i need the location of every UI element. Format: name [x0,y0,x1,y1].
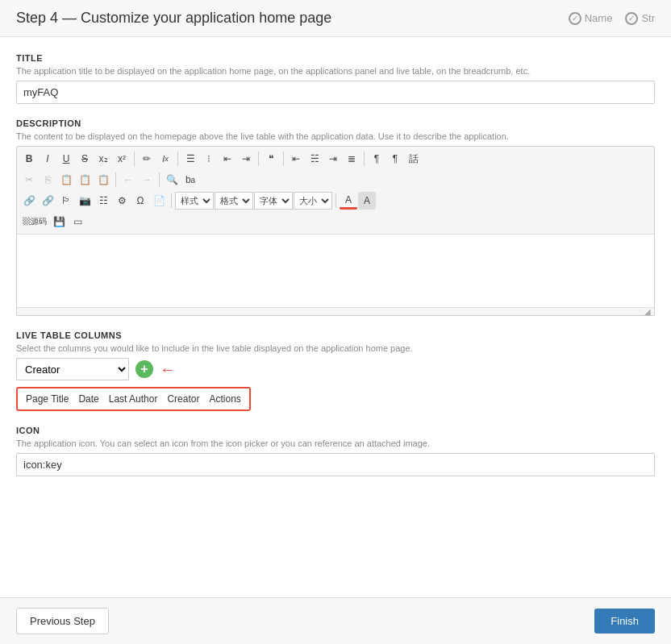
step-str-check-icon: ✓ [625,12,638,25]
italic-button[interactable]: I [39,150,56,168]
live-table-section: LIVE TABLE COLUMNS Select the columns yo… [16,330,655,411]
rtl-button[interactable]: ¶ [386,150,404,168]
redo-button[interactable]: → [138,171,156,189]
omega-button[interactable]: Ω [131,192,149,210]
subscript-button[interactable]: x₂ [94,150,112,168]
icon-section: ICON The application icon. You can selec… [16,426,655,476]
title-label: TITLE [16,53,655,63]
superscript-button[interactable]: x² [113,150,131,168]
unordered-list-button[interactable]: ⁝ [200,150,218,168]
align-justify-button[interactable]: ≣ [343,150,361,168]
editor-toolbar: B I U S x₂ x² ✏ Ix ☰ ⁝ ⇤ ⇥ [17,147,654,235]
align-center-button[interactable]: ☵ [306,150,323,168]
arrow-icon: ← [160,360,176,379]
language-button[interactable]: 話 [405,150,423,168]
resize-handle-icon: ◢ [644,307,654,317]
col-tag-last-author: Last Author [106,392,161,406]
link-button[interactable]: 🔗 [20,192,38,210]
copy-button[interactable]: ⎘ [39,171,56,189]
outdent-button[interactable]: ⇤ [219,150,236,168]
blockquote-button[interactable]: ❝ [262,150,280,168]
toolbar-sep-3 [258,152,259,166]
live-table-label: LIVE TABLE COLUMNS [16,330,655,340]
size-select[interactable]: 大小 [294,192,332,210]
toolbar-sep-2 [177,152,178,166]
fullscreen-button[interactable]: ▭ [69,213,86,231]
toolbar-row-2: ✂ ⎘ 📋 📋 📋 ← → 🔍 ba [20,169,651,190]
title-section: TITLE The application title to be displa… [16,53,655,104]
toolbar-row-3: 🔗 🔗 🏳 📷 ☷ ⚙ Ω 📄 样式 格式 [20,190,651,211]
icon-label: ICON [16,426,655,435]
pencil-button[interactable]: ✏ [138,150,156,168]
description-label: DESCRIPTION [16,118,655,128]
toolbar-row-1: B I U S x₂ x² ✏ Ix ☰ ⁝ ⇤ ⇥ [20,148,651,169]
source-button[interactable]: ▩源码 [20,213,49,231]
align-left-button[interactable]: ⇤ [287,150,305,168]
toolbar-sep-1 [134,152,135,166]
header-steps: ✓ Name ✓ Str [569,12,655,25]
step-str-badge: ✓ Str [625,12,655,25]
bold-button[interactable]: B [20,150,38,168]
font-color-button[interactable]: A [340,192,357,210]
table-button[interactable]: ☷ [94,192,112,210]
paste-button[interactable]: 📋 [57,171,75,189]
column-select[interactable]: Creator Page Title Date Last Author Acti… [16,358,129,380]
ordered-list-button[interactable]: ☰ [181,150,199,168]
title-description: The application title to be displayed on… [16,66,655,76]
toolbar-sep-5 [364,152,365,166]
ltr-button[interactable]: ¶ [368,150,386,168]
columns-add-row: Creator Page Title Date Last Author Acti… [16,358,655,380]
header: Step 4 — Customize your application home… [0,0,671,37]
settings-button[interactable]: ⚙ [113,192,131,210]
find-button[interactable]: 🔍 [163,171,181,189]
doc-button[interactable]: 📄 [150,192,168,210]
cut-button[interactable]: ✂ [20,171,38,189]
columns-tags: Page Title Date Last Author Creator Acti… [16,387,251,411]
save-doc-button[interactable]: 💾 [50,213,68,231]
live-table-description: Select the columns you would like to inc… [16,343,655,353]
col-tag-creator: Creator [164,392,202,406]
toolbar-sep-4 [283,152,284,166]
undo-button[interactable]: ← [119,171,137,189]
toolbar-row-4: ▩源码 💾 ▭ [20,211,651,232]
rich-text-editor[interactable]: B I U S x₂ x² ✏ Ix ☰ ⁝ ⇤ ⇥ [16,146,655,316]
font-select[interactable]: 字体 [254,192,293,210]
bg-color-button[interactable]: A [358,192,376,210]
indent-button[interactable]: ⇥ [237,150,255,168]
title-input[interactable] [16,81,655,104]
description-section: DESCRIPTION The content to be displayed … [16,118,655,316]
paste-text-button[interactable]: 📋 [76,171,94,189]
editor-body[interactable] [17,235,654,307]
unlink-button[interactable]: 🔗 [39,192,56,210]
add-column-button[interactable]: + [135,360,153,378]
main-content: TITLE The application title to be displa… [0,37,671,597]
icon-input[interactable] [16,453,655,476]
editor-resize-bar: ◢ [17,307,654,315]
strikethrough-button[interactable]: S [76,150,94,168]
style-select[interactable]: 样式 [175,192,214,210]
toolbar-sep-9 [336,193,336,208]
step-str-label: Str [641,12,655,24]
toolbar-sep-7 [159,172,160,187]
step-name-check-icon: ✓ [569,12,581,25]
finish-button[interactable]: Finish [594,609,655,634]
clear-format-button[interactable]: Ix [156,150,174,168]
page-title: Step 4 — Customize your application home… [16,10,331,27]
step-name-badge: ✓ Name [569,12,613,25]
icon-description: The application icon. You can select an … [16,438,655,448]
previous-step-button[interactable]: Previous Step [16,608,109,634]
col-tag-page-title: Page Title [23,392,72,406]
paste-word-button[interactable]: 📋 [94,171,112,189]
image-button[interactable]: 📷 [76,192,94,210]
format-select[interactable]: 格式 [215,192,253,210]
col-tag-date: Date [75,392,102,406]
col-tag-actions: Actions [206,392,244,406]
anchor-button[interactable]: 🏳 [57,192,75,210]
underline-button[interactable]: U [57,150,75,168]
spellcheck-button[interactable]: ba [181,171,199,189]
page-wrapper: Step 4 — Customize your application home… [0,0,671,644]
footer: Previous Step Finish [0,597,671,644]
toolbar-sep-8 [171,193,172,208]
align-right-button[interactable]: ⇥ [324,150,342,168]
description-description: The content to be displayed on the homep… [16,131,655,141]
